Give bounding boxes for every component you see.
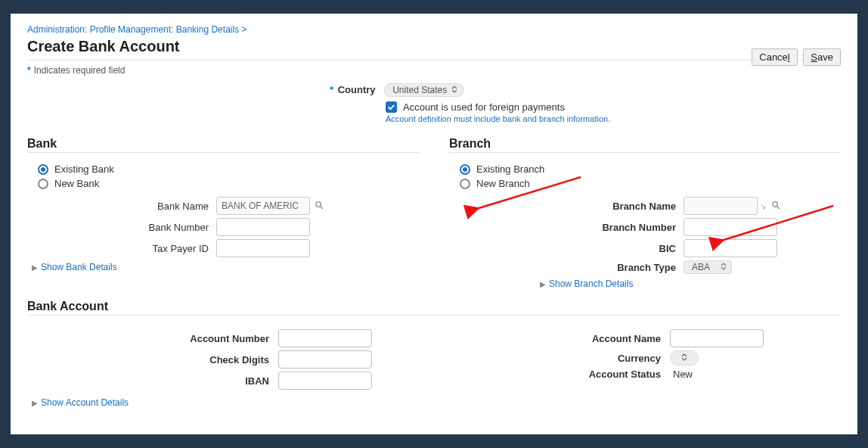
svg-line-3 xyxy=(777,207,780,209)
branch-name-input[interactable] xyxy=(684,197,758,215)
show-account-details-link[interactable]: ▶ Show Account Details xyxy=(32,397,841,408)
check-digits-label: Check Digits xyxy=(27,354,278,366)
chevron-updown-icon xyxy=(721,263,727,272)
chevron-updown-icon xyxy=(451,86,457,95)
tax-payer-label: Tax Payer ID xyxy=(27,243,216,254)
account-name-label: Account Name xyxy=(457,333,670,344)
account-name-input[interactable] xyxy=(670,329,764,347)
currency-label: Currency xyxy=(457,353,670,364)
account-status-label: Account Status xyxy=(457,369,670,380)
existing-branch-radio[interactable]: Existing Branch xyxy=(460,163,841,175)
search-icon[interactable] xyxy=(771,201,780,212)
new-branch-radio[interactable]: New Branch xyxy=(460,178,841,189)
triangle-right-icon: ▶ xyxy=(32,399,38,407)
country-label: Country xyxy=(338,84,376,95)
svg-line-1 xyxy=(321,207,323,209)
search-icon[interactable] xyxy=(315,201,324,212)
account-number-label: Account Number xyxy=(27,333,278,344)
divider xyxy=(27,315,841,316)
radio-icon xyxy=(460,179,470,189)
page-title: Create Bank Account xyxy=(27,38,841,55)
foreign-payments-label: Account is used for foreign payments xyxy=(403,101,565,113)
existing-bank-radio[interactable]: Existing Bank xyxy=(38,163,419,175)
required-star: * xyxy=(330,84,333,95)
new-bank-radio[interactable]: New Bank xyxy=(38,178,419,189)
foreign-payments-hint: Account definition must include bank and… xyxy=(386,114,841,123)
show-bank-details-link[interactable]: ▶ Show Bank Details xyxy=(32,262,419,272)
cancel-button[interactable]: Cancel xyxy=(752,48,797,66)
breadcrumb[interactable]: Administration: Profile Management: Bank… xyxy=(27,24,841,35)
bank-name-input[interactable] xyxy=(216,197,310,215)
branch-type-label: Branch Type xyxy=(449,262,684,273)
branch-type-select[interactable]: ABA xyxy=(684,260,732,274)
bank-name-label: Bank Name xyxy=(27,201,216,212)
chevron-updown-icon xyxy=(681,353,687,362)
bic-input[interactable] xyxy=(684,239,777,257)
account-status-value: New xyxy=(670,369,693,380)
expand-icon[interactable]: ↘ xyxy=(760,202,766,210)
bic-label: BIC xyxy=(449,243,684,254)
iban-input[interactable] xyxy=(278,372,372,390)
bank-number-input[interactable] xyxy=(216,218,310,236)
divider xyxy=(27,60,841,61)
account-number-input[interactable] xyxy=(278,329,372,347)
radio-icon xyxy=(460,164,470,175)
check-digits-input[interactable] xyxy=(278,350,372,369)
iban-label: IBAN xyxy=(27,375,278,387)
radio-icon xyxy=(38,179,48,189)
svg-point-0 xyxy=(316,201,321,207)
show-branch-details-link[interactable]: ▶ Show Branch Details xyxy=(540,278,841,289)
foreign-payments-checkbox[interactable] xyxy=(386,101,397,113)
triangle-right-icon: ▶ xyxy=(540,280,546,288)
divider xyxy=(27,152,419,153)
tax-payer-input[interactable] xyxy=(216,239,310,257)
save-button[interactable]: Save xyxy=(803,48,841,66)
triangle-right-icon: ▶ xyxy=(32,263,38,272)
bank-number-label: Bank Number xyxy=(27,222,216,233)
branch-name-label: Branch Name xyxy=(449,201,684,212)
bank-account-heading: Bank Account xyxy=(27,300,841,313)
currency-select[interactable] xyxy=(670,350,699,366)
branch-heading: Branch xyxy=(449,137,841,151)
radio-icon xyxy=(38,164,48,175)
divider xyxy=(449,152,841,153)
branch-number-label: Branch Number xyxy=(449,222,684,233)
bank-heading: Bank xyxy=(27,137,419,151)
svg-point-2 xyxy=(773,201,778,207)
country-select[interactable]: United States xyxy=(384,83,464,97)
required-note: *Indicates required field xyxy=(27,65,841,76)
branch-number-input[interactable] xyxy=(684,218,777,236)
